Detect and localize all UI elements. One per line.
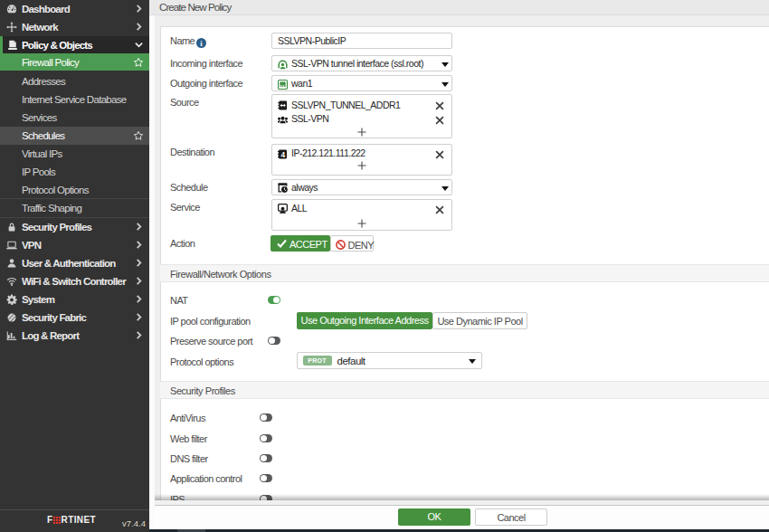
svg-text:4: 4 bbox=[280, 150, 285, 158]
